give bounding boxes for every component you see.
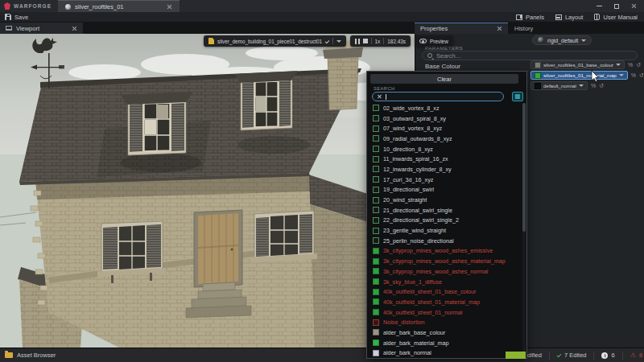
document-tab-label: silver_rooftiles_01 xyxy=(75,3,123,10)
texture-name: alder_bark_material_map xyxy=(383,339,449,347)
texture-list-item[interactable]: 02_wide_vortex_8_xz xyxy=(367,103,522,113)
minimize-icon[interactable] xyxy=(597,6,602,6)
texture-name: alder_bark_normal xyxy=(383,349,431,356)
texture-list-item[interactable]: 19_directional_swirl xyxy=(367,185,522,195)
texture-list-item[interactable]: alder_bark_normal xyxy=(367,348,522,357)
texture-thumbnail xyxy=(373,248,379,254)
tab-history[interactable]: History xyxy=(509,23,565,34)
close-icon[interactable] xyxy=(167,4,172,10)
user-manual-button[interactable]: User Manual xyxy=(594,14,638,21)
close-icon[interactable] xyxy=(497,26,502,31)
preview-label: Preview xyxy=(430,39,448,44)
properties-tab-label: Properties xyxy=(420,25,448,32)
texture-list-item[interactable]: 3k_cityprop_mines_wood_ashes_normal xyxy=(367,266,522,277)
close-icon[interactable] xyxy=(72,26,77,31)
texture-list-item[interactable]: 3k_cityprop_mines_wood_ashes_emissive xyxy=(367,246,522,257)
texture-slot-dropdown[interactable]: silver_rooftiles_01_base_colour xyxy=(530,60,625,69)
texture-thumbnail xyxy=(535,83,541,89)
texture-list-item[interactable]: 3k_sky_blue_1_diffuse xyxy=(367,277,522,287)
texture-thumbnail xyxy=(373,146,379,152)
layout-button[interactable]: Layout xyxy=(555,14,584,21)
texture-list-item[interactable]: 11_inwards_spiral_16_zx xyxy=(367,154,522,164)
maximize-icon[interactable] xyxy=(614,4,619,9)
shader-dropdown[interactable]: rigid_default xyxy=(532,35,592,45)
texture-thumbnail xyxy=(373,125,379,132)
texture-slot-dropdown[interactable]: silver_rooftiles_01_material_map xyxy=(530,71,628,80)
asset-browser-button[interactable]: Asset Browser xyxy=(0,352,56,359)
viewport-toolbar: silver_demo_building_01_piece01_destruct… xyxy=(204,35,453,47)
picker-search-input[interactable] xyxy=(372,92,504,101)
chevron-down-icon[interactable] xyxy=(336,40,341,43)
texture-name: 10_direction_8_xyz xyxy=(383,146,433,153)
clear-button[interactable]: Clear xyxy=(370,74,518,84)
playback-controls: 1x 182.43s xyxy=(350,35,411,47)
reset-icon[interactable]: ↺ xyxy=(639,72,644,78)
texture-list-item[interactable]: 3k_cityprop_mines_wood_ashes_material_ma… xyxy=(367,256,522,266)
texture-list-item[interactable]: 40k_outfield_sheet_01_normal xyxy=(367,307,522,318)
texture-list-item[interactable]: 09_radial_outwards_8_xyz xyxy=(367,134,522,144)
texture-list-item[interactable]: 20_wind_straight xyxy=(367,195,522,205)
search-icon xyxy=(427,53,432,58)
texture-thumbnail xyxy=(535,62,541,68)
warning-status[interactable]: ⚠ 8 xyxy=(630,352,642,359)
texture-name: 23_gentle_wind_straight xyxy=(383,227,446,234)
relative-toggle-icon[interactable]: % xyxy=(591,83,596,88)
application-window: WARFORGE silver_rooftiles_01 Save Panels xyxy=(0,0,644,362)
check-icon xyxy=(557,353,562,358)
tab-properties[interactable]: Properties xyxy=(415,23,508,34)
tab-viewport[interactable]: Viewport xyxy=(0,23,83,34)
texture-list-item[interactable]: 22_directional_swirl_single_2 xyxy=(367,216,522,226)
parameters-search-input[interactable]: Search... xyxy=(422,51,638,60)
texture-list-item[interactable]: 23_gentle_wind_straight xyxy=(367,225,522,236)
playback-rate[interactable]: 1x xyxy=(375,39,381,44)
window-controls xyxy=(597,3,644,9)
texture-name: 25_perlin_noise_directional xyxy=(383,237,454,245)
picker-scrollbar[interactable] xyxy=(522,103,526,356)
reset-icon[interactable]: ↺ xyxy=(599,83,604,88)
texture-list-item[interactable]: 25_perlin_noise_directional xyxy=(367,236,522,246)
scrollbar-thumb[interactable] xyxy=(522,103,526,232)
info-status[interactable]: i 6 xyxy=(601,352,614,359)
texture-list-item[interactable]: alder_bark_material_map xyxy=(367,338,522,348)
panels-icon xyxy=(516,14,522,20)
texture-name: 02_wide_vortex_8_xz xyxy=(383,105,440,112)
clear-search-icon[interactable] xyxy=(377,94,382,99)
texture-name: Noise_distortion xyxy=(383,319,425,326)
texture-list-item[interactable]: Noise_distortion xyxy=(367,317,522,327)
texture-thumbnail xyxy=(373,217,379,224)
material-ball-icon xyxy=(65,4,71,10)
history-tab-label: History xyxy=(514,25,533,32)
dormer-window-right xyxy=(235,71,298,130)
texture-slot-dropdown[interactable]: default_normal xyxy=(530,81,588,90)
texture-list-item[interactable]: 40k_outfield_sheet_01_material_map xyxy=(367,297,522,307)
save-button[interactable]: Save xyxy=(5,14,28,21)
texture-list-item[interactable]: 03_outward_spiral_8_xy xyxy=(367,113,522,124)
reset-icon[interactable]: ↺ xyxy=(636,62,641,68)
grid-view-button[interactable]: ▦ xyxy=(512,92,523,101)
relative-toggle-icon[interactable]: % xyxy=(631,72,636,78)
texture-list-item[interactable]: 10_direction_8_xyz xyxy=(367,144,522,154)
window-close-icon[interactable] xyxy=(631,3,637,9)
texture-list-item[interactable]: alder_bark_base_colour xyxy=(367,327,522,338)
check-icon[interactable] xyxy=(325,39,330,43)
panels-button[interactable]: Panels xyxy=(516,14,544,21)
document-tab[interactable]: silver_rooftiles_01 xyxy=(58,0,179,12)
texture-list-item[interactable]: 21_directional_swirl_single xyxy=(367,205,522,216)
texture-list-item[interactable]: 12_inwards_cylinder_8_xy xyxy=(367,164,522,175)
texture-list-item[interactable]: 17_curl_3d_16_xyz xyxy=(367,175,522,185)
viewport-3d-scene[interactable] xyxy=(0,34,415,348)
window-lower-left xyxy=(97,221,166,283)
preview-button[interactable]: Preview xyxy=(415,35,453,47)
resize-grip[interactable] xyxy=(506,352,526,359)
edited-status[interactable]: 7 Edited xyxy=(557,352,587,359)
texture-name: 3k_cityprop_mines_wood_ashes_normal xyxy=(383,268,488,275)
asset-selector[interactable]: silver_demo_building_01_piece01_destruct… xyxy=(204,35,346,47)
info-icon: i xyxy=(601,352,608,359)
stop-button[interactable] xyxy=(363,39,368,43)
texture-thumbnail xyxy=(373,319,379,326)
chevron-down-icon xyxy=(581,39,586,42)
texture-list-item[interactable]: 40k_outfield_sheet_01_base_colour xyxy=(367,286,522,297)
pause-button[interactable] xyxy=(355,39,360,44)
relative-toggle-icon[interactable]: % xyxy=(628,62,633,68)
texture-list-item[interactable]: 07_wind_vortex_8_xyz xyxy=(367,123,522,134)
